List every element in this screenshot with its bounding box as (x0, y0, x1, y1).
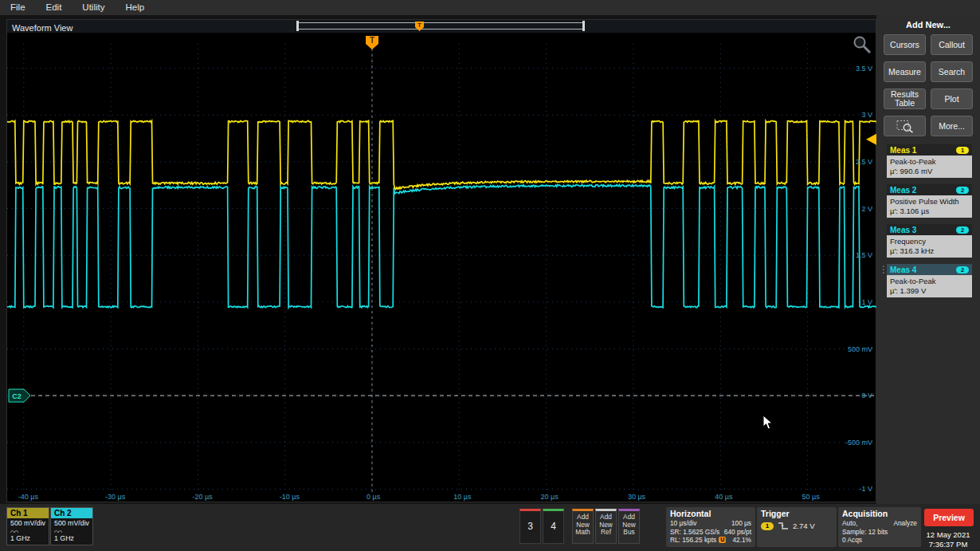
bandwidth-icon (7, 527, 49, 533)
add-new-buttons: CursorsCalloutMeasureSearchResults Table… (876, 34, 980, 136)
date-label: 12 May 2021 (918, 530, 978, 540)
horizontal-window: 100 µs (731, 519, 751, 528)
record-length: RL: 156.25 kpts (670, 536, 716, 545)
meas-header: Meas 42 (887, 264, 972, 275)
trigger-source-badge: 1 (761, 522, 774, 530)
channel-badge-ch2[interactable]: Ch 2500 mV/div1 GHz (50, 507, 93, 545)
measurement-meas-1[interactable]: Meas 11Peak-to-Peakµ': 990.6 mV (887, 144, 972, 178)
measurement-meas-4[interactable]: Meas 42Peak-to-Peakµ': 1.399 V⋮ (887, 264, 972, 297)
acquisition-minimap[interactable]: T (297, 22, 584, 30)
meas-value: µ': 316.3 kHz (890, 246, 969, 256)
trace-ch2 (7, 185, 876, 308)
minimap-left-handle[interactable] (296, 21, 299, 31)
resolution: 640 ps/pt (724, 528, 751, 537)
acquisition-count: 0 Acqs (842, 536, 862, 545)
sample-rate: SR: 1.5625 GS/s (670, 528, 719, 537)
time-tick: 30 µs (628, 493, 646, 501)
meas-value: µ': 3.106 µs (890, 207, 969, 216)
voltage-tick: 3.5 V (856, 65, 872, 73)
add-cursors-button[interactable]: Cursors (884, 34, 926, 55)
add-results-table-button[interactable]: Results Table (884, 89, 926, 109)
meas-name: Peak-to-Peak (890, 277, 969, 286)
voltage-tick: 1 V (861, 298, 872, 306)
meas-body: Frequencyµ': 316.3 kHz (887, 235, 972, 258)
time-label: 7:36:37 PM (918, 540, 978, 549)
acquisition-analyze: Analyze (893, 519, 917, 528)
meas-source-badge: 2 (956, 266, 969, 274)
menu-help[interactable]: Help (115, 0, 155, 15)
menu-utility[interactable]: Utility (72, 0, 115, 15)
channel-scale: 500 mV/div (7, 518, 49, 527)
channel-label: Ch 1 (7, 508, 49, 518)
ch2-ground-marker[interactable]: C2 (9, 389, 30, 402)
channel-label: Ch 2 (51, 508, 92, 518)
horizontal-position: 42.1% (732, 536, 751, 545)
add-search-button[interactable]: Search (931, 61, 973, 82)
voltage-tick: 2 V (861, 205, 872, 213)
minimap-trigger-marker[interactable]: T (415, 22, 424, 31)
meas-title: Meas 3 (890, 226, 916, 234)
trigger-flag[interactable]: T (366, 36, 378, 49)
acquisition-panel[interactable]: Acquisition Auto, Analyze Sample: 12 bit… (838, 507, 921, 547)
falling-edge-icon (778, 521, 789, 530)
channel-3-button[interactable]: 3 (519, 509, 541, 544)
add-more-button[interactable]: More... (931, 116, 973, 136)
time-tick: 50 µs (802, 493, 821, 501)
user-marker-badge: U (719, 537, 726, 543)
time-tick: 0 µs (367, 493, 381, 501)
trigger-level-arrow[interactable] (866, 134, 876, 145)
meas-source-badge: 1 (956, 147, 969, 154)
trigger-title: Trigger (761, 509, 833, 519)
menu-file[interactable]: File (0, 0, 36, 15)
meas-body: Positive Pulse Widthµ': 3.106 µs (887, 195, 972, 218)
meas-body: Peak-to-Peakµ': 1.399 V (887, 275, 972, 297)
meas-header: Meas 32 (887, 224, 972, 235)
meas-name: Positive Pulse Width (890, 197, 969, 207)
voltage-tick: -1 V (859, 485, 872, 493)
bottom-bar: Horizontal 10 µs/div 100 µs SR: 1.5625 G… (0, 504, 980, 551)
meas-name: Frequency (890, 237, 969, 246)
meas-value: µ': 1.399 V (890, 286, 969, 296)
add-new-math-button[interactable]: AddNewMath (572, 509, 594, 544)
horizontal-panel[interactable]: Horizontal 10 µs/div 100 µs SR: 1.5625 G… (666, 507, 755, 547)
channel-bandwidth: 1 GHz (7, 533, 49, 542)
voltage-tick: 500 mV (848, 345, 872, 353)
zoom-overview-button[interactable] (884, 116, 926, 136)
add-new-bus-button[interactable]: AddNewBus (618, 509, 640, 544)
time-tick: 40 µs (715, 493, 733, 501)
measurement-meas-2[interactable]: Meas 22Positive Pulse Widthµ': 3.106 µs (887, 184, 972, 218)
voltage-tick: 3 V (861, 111, 872, 119)
waveform-plot[interactable]: 3.5 V3 V2.5 V2 V1.5 V1 V500 mV0 V-500 mV… (7, 33, 877, 503)
voltage-tick: -500 mV (845, 439, 872, 447)
channel-scale: 500 mV/div (51, 518, 92, 527)
voltage-tick: 1.5 V (856, 251, 872, 259)
add-new-ref-button[interactable]: AddNewRef (595, 509, 617, 544)
channel-4-button[interactable]: 4 (543, 509, 564, 544)
zoom-glass-icon[interactable] (855, 37, 871, 53)
time-tick: -30 µs (105, 493, 126, 501)
svg-text:T: T (370, 36, 374, 45)
add-new-title: Add New... (876, 20, 980, 30)
measurement-meas-3[interactable]: Meas 32Frequencyµ': 316.3 kHz (887, 224, 972, 258)
menu-edit[interactable]: Edit (36, 0, 73, 15)
horizontal-title: Horizontal (670, 509, 751, 519)
trigger-panel[interactable]: Trigger 1 2.74 V (757, 507, 837, 547)
meas-drag-handle[interactable]: ⋮ (879, 265, 888, 274)
add-plot-button[interactable]: Plot (931, 89, 973, 109)
bandwidth-icon (51, 527, 92, 533)
time-tick: 20 µs (541, 493, 559, 501)
add-measure-button[interactable]: Measure (884, 61, 926, 82)
add-callout-button[interactable]: Callout (931, 34, 973, 55)
waveform-tabstrip: Waveform View T (7, 20, 876, 33)
minimap-right-handle[interactable] (582, 21, 585, 31)
time-tick: -40 µs (18, 493, 39, 501)
meas-title: Meas 4 (890, 266, 916, 274)
preview-button[interactable]: Preview (924, 509, 974, 526)
channel-badge-ch1[interactable]: Ch 1500 mV/div1 GHz (6, 507, 49, 545)
mouse-cursor (762, 415, 774, 431)
right-panel: Add New... CursorsCalloutMeasureSearchRe… (876, 15, 980, 504)
acquisition-mode: Auto, (842, 519, 857, 528)
meas-header: Meas 22 (887, 184, 972, 195)
horizontal-scale: 10 µs/div (670, 519, 696, 528)
meas-source-badge: 2 (956, 226, 969, 234)
